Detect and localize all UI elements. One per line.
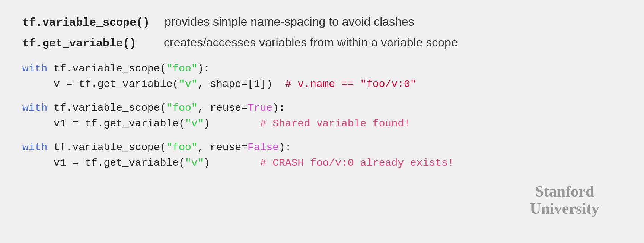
str-v-3: "v" <box>185 155 204 171</box>
str-foo-2: "foo" <box>166 100 197 116</box>
keyword-with-1: with <box>22 61 47 77</box>
fn-variable-scope-3: tf.variable_scope( <box>47 140 166 155</box>
code-line-2-1: with tf.variable_scope("foo", reuse=True… <box>22 100 622 116</box>
sep-2: , reuse= <box>198 100 248 116</box>
code-line-3-2: v1 = tf.get_variable("v") # CRASH foo/v:… <box>22 155 622 171</box>
api-row-variable-scope: tf.variable_scope() provides simple name… <box>22 15 622 29</box>
code-line-2-2: v1 = tf.get_variable("v") # Shared varia… <box>22 116 622 132</box>
bool-false: False <box>248 140 279 155</box>
api-desc-get-variable: creates/accesses variables from within a… <box>164 36 458 49</box>
keyword-with-2: with <box>22 100 47 116</box>
str-foo-3: "foo" <box>166 140 197 155</box>
rest-1: , shape=[1]) <box>198 77 273 92</box>
fn-end-1: ): <box>198 61 210 77</box>
code-block-3: with tf.variable_scope("foo", reuse=Fals… <box>22 140 622 171</box>
rest-3: ) <box>204 155 260 171</box>
api-row-get-variable: tf.get_variable() creates/accesses varia… <box>22 36 622 50</box>
code-line-1-2: v = tf.get_variable("v", shape=[1]) # v.… <box>22 77 622 92</box>
stanford-watermark: StanfordUniversity <box>530 183 599 217</box>
code-block-1: with tf.variable_scope("foo"): v = tf.ge… <box>22 61 622 92</box>
code-block-2: with tf.variable_scope("foo", reuse=True… <box>22 100 622 132</box>
api-section: tf.variable_scope() provides simple name… <box>22 15 622 50</box>
fn-variable-scope-1: tf.variable_scope( <box>47 61 166 77</box>
code-line-3-1: with tf.variable_scope("foo", reuse=Fals… <box>22 140 622 155</box>
slide-content: tf.variable_scope() provides simple name… <box>22 15 622 228</box>
keyword-with-3: with <box>22 140 47 155</box>
api-name-get-variable: tf.get_variable() <box>22 37 149 50</box>
fn-end-3: ): <box>279 140 291 155</box>
sep-3: , reuse= <box>198 140 248 155</box>
comment-3: # CRASH foo/v:0 already exists! <box>260 155 454 171</box>
code-line-1-1: with tf.variable_scope("foo"): <box>22 61 622 77</box>
code-section: with tf.variable_scope("foo"): v = tf.ge… <box>22 61 622 171</box>
indent-3: v1 = tf.get_variable( <box>22 155 185 171</box>
fn-end-2: ): <box>272 100 285 116</box>
rest-2: ) <box>204 116 260 132</box>
api-desc-variable-scope: provides simple name-spacing to avoid cl… <box>165 15 414 29</box>
fn-variable-scope-2: tf.variable_scope( <box>47 100 166 116</box>
comment-1: # v.name == "foo/v:0" <box>272 77 416 92</box>
comment-2: # Shared variable found! <box>260 116 410 132</box>
bool-true: True <box>248 100 272 116</box>
str-v-1: "v" <box>179 77 197 92</box>
str-foo-1: "foo" <box>166 61 197 77</box>
indent-1: v = tf.get_variable( <box>22 77 179 92</box>
api-name-variable-scope: tf.variable_scope() <box>22 16 150 29</box>
indent-2: v1 = tf.get_variable( <box>22 116 185 132</box>
str-v-2: "v" <box>185 116 204 132</box>
